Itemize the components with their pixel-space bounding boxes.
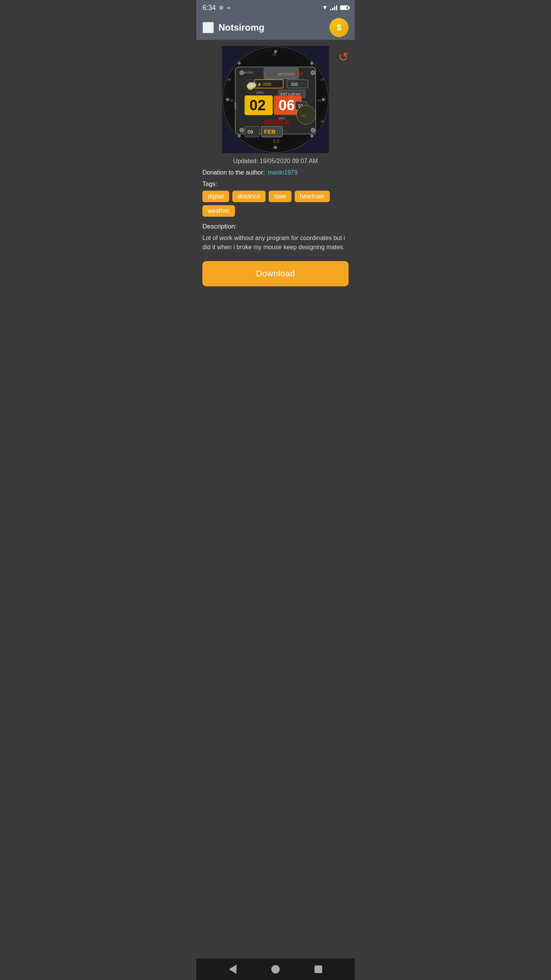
- svg-text:((·)): ((·)): [273, 139, 279, 143]
- svg-text:MUSIC: MUSIC: [244, 71, 254, 74]
- tags-label: Tags:: [202, 181, 349, 188]
- svg-point-64: [238, 62, 241, 65]
- edit-icon: [227, 5, 231, 11]
- description-label: Description:: [202, 223, 349, 230]
- svg-text:25: 25: [318, 99, 321, 102]
- gear-icon: [219, 5, 224, 11]
- watch-image: SETTINGS MUSIC ♥ 64 ⚡ 2000 150 HRS: [222, 46, 329, 153]
- wifi-icon: ▼: [322, 4, 328, 11]
- svg-text:STEP: STEP: [234, 102, 237, 109]
- description-text: Lot of work without any program for coor…: [202, 234, 349, 252]
- donation-label: Donation to the author:: [202, 169, 265, 176]
- svg-text:09: 09: [248, 129, 253, 135]
- svg-point-46: [247, 84, 253, 88]
- svg-point-67: [310, 134, 313, 137]
- svg-text:FEB: FEB: [264, 128, 276, 135]
- svg-point-61: [274, 146, 277, 149]
- tag-item[interactable]: digital: [202, 191, 229, 202]
- svg-text:⚡ 2000: ⚡ 2000: [257, 82, 271, 87]
- svg-point-23: [297, 105, 316, 124]
- svg-text:35: 35: [321, 120, 324, 123]
- watch-face-svg: SETTINGS MUSIC ♥ 64 ⚡ 2000 150 HRS: [222, 46, 329, 153]
- svg-text:15: 15: [321, 78, 324, 81]
- signal-bar-4: [336, 5, 337, 10]
- signal-bar-3: [334, 7, 335, 10]
- svg-text:02: 02: [249, 97, 266, 113]
- signal-bars: [330, 5, 337, 10]
- svg-text:05: 05: [273, 53, 276, 56]
- tag-item[interactable]: distance: [232, 191, 266, 202]
- status-bar-left: 6:34: [202, 4, 231, 12]
- svg-text:→: →: [282, 127, 288, 134]
- back-button[interactable]: ←: [202, 22, 214, 33]
- tag-item[interactable]: heartrate: [295, 191, 330, 202]
- updated-text: Updated: 19/05/2020 09:07 AM: [202, 158, 349, 165]
- signal-bar-2: [332, 8, 333, 10]
- refresh-button[interactable]: ↺: [338, 50, 349, 64]
- status-bar-right: ▼: [322, 4, 349, 11]
- donation-link[interactable]: maslo1979: [268, 169, 298, 176]
- svg-text:80: 80: [228, 78, 231, 81]
- download-button[interactable]: Download: [202, 261, 349, 286]
- svg-point-65: [310, 62, 313, 65]
- svg-text:90: 90: [302, 114, 305, 118]
- tag-item[interactable]: weather: [202, 205, 235, 217]
- svg-text:NEDELA: NEDELA: [264, 119, 289, 126]
- svg-text:45: 45: [230, 99, 233, 102]
- svg-text:150: 150: [291, 82, 298, 87]
- svg-text:06: 06: [279, 97, 295, 113]
- svg-text:64: 64: [298, 72, 303, 76]
- svg-point-63: [322, 98, 325, 101]
- app-bar-left: ← Notsiromg: [202, 22, 264, 33]
- tags-container: digitaldistancedateheartrateweather: [202, 191, 349, 217]
- watch-image-container: SETTINGS MUSIC ♥ 64 ⚡ 2000 150 HRS: [202, 46, 349, 153]
- status-time: 6:34: [202, 4, 216, 12]
- svg-point-62: [226, 98, 229, 101]
- tag-item[interactable]: date: [269, 191, 291, 202]
- battery-icon: [340, 5, 349, 10]
- app-bar-title: Notsiromg: [218, 22, 264, 33]
- svg-text:SETTINGS: SETTINGS: [277, 72, 295, 76]
- signal-bar-1: [330, 9, 331, 10]
- app-bar: ← Notsiromg $: [196, 15, 355, 40]
- donation-row: Donation to the author: maslo1979: [202, 169, 349, 176]
- status-bar: 6:34 ▼: [196, 0, 355, 15]
- svg-text:HRS: HRS: [256, 91, 264, 95]
- svg-point-60: [274, 50, 277, 53]
- svg-point-66: [238, 134, 241, 137]
- coin-button[interactable]: $: [329, 18, 349, 37]
- main-content: SETTINGS MUSIC ♥ 64 ⚡ 2000 150 HRS: [196, 40, 355, 292]
